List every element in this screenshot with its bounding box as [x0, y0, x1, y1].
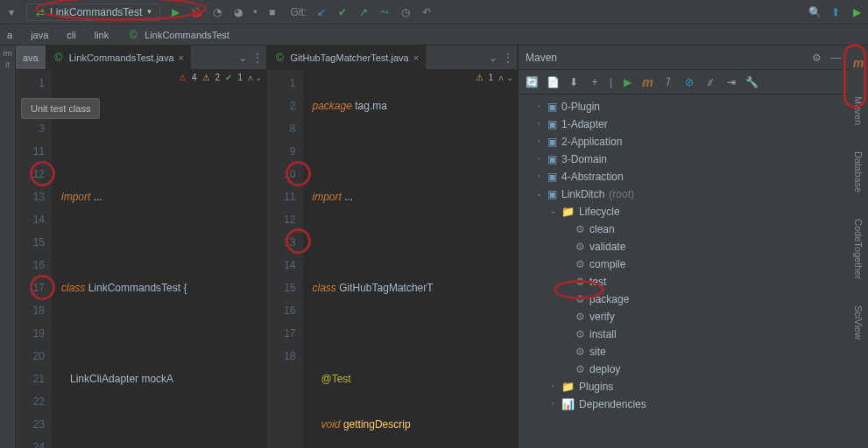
- code-content[interactable]: package tag.ma import ... class GitHubTa…: [304, 70, 434, 448]
- chevron-right-icon: 〉: [81, 29, 89, 40]
- close-icon[interactable]: ×: [413, 52, 419, 63]
- panel-title: Maven: [526, 52, 810, 64]
- vcs-update-icon[interactable]: ↙: [315, 6, 328, 18]
- tool-tab[interactable]: Im: [4, 49, 12, 58]
- chevron-right-icon: 〉: [18, 29, 25, 40]
- breadcrumb: a 〉 java 〉 cli 〉 link 〉 © LinkCommandsTe…: [0, 24, 868, 46]
- class-icon: ©: [53, 52, 65, 64]
- diagram-icon[interactable]: ⫽: [704, 76, 716, 88]
- tree-module[interactable]: ›▣3-Domain: [519, 150, 849, 168]
- chevron-right-icon: 〉: [53, 29, 61, 40]
- editor-right: © GitHubTagMatcherTest.java × ⌄ ⋮ ⚠1 ʌ ⌄…: [267, 46, 519, 448]
- breadcrumb-item[interactable]: cli: [67, 30, 75, 40]
- maven-toolbar: 🔄 📄 ⬇ ＋ | ▶ m ⧶ ⊘ ⫽ ⇥ 🔧: [519, 70, 849, 94]
- inspection-bar[interactable]: ⚠1 ʌ ⌄: [476, 73, 513, 82]
- maven-m-icon[interactable]: m: [642, 75, 653, 89]
- chevron-down-icon[interactable]: ⌄: [238, 52, 247, 64]
- run-icon[interactable]: ▶: [621, 76, 633, 88]
- coverage-icon[interactable]: ◔: [211, 6, 223, 18]
- close-icon[interactable]: ×: [179, 52, 184, 63]
- tree-project[interactable]: ⌄▣LinkDitch (root): [519, 186, 849, 203]
- tree-goal[interactable]: ⚙verify: [519, 308, 849, 326]
- more-icon[interactable]: ⋮: [503, 52, 513, 64]
- clock-icon[interactable]: ◷: [399, 6, 412, 18]
- tool-tab-sciview[interactable]: SciView: [853, 305, 864, 340]
- main-area: Im it ava © LinkCommandsTest.java × ⌄ ⋮: [0, 46, 868, 448]
- inspection-bar[interactable]: ⚠4 ⚠2 ✔1 ʌ ⌄: [179, 73, 262, 82]
- left-tool-rail: Im it: [0, 46, 16, 448]
- tool-tab-codetogether[interactable]: CodeTogether: [853, 219, 864, 279]
- reload-icon[interactable]: 🔄: [526, 76, 538, 88]
- tree-goal[interactable]: ⚙clean: [519, 220, 849, 238]
- undo-icon[interactable]: ↶: [420, 6, 433, 18]
- class-icon: ©: [274, 52, 286, 64]
- editor-tab-active[interactable]: © LinkCommandsTest.java ×: [46, 46, 191, 69]
- stop-icon[interactable]: ■: [266, 6, 279, 18]
- tooltip: Unit test class: [21, 98, 100, 119]
- breadcrumb-item[interactable]: java: [31, 30, 48, 40]
- run-icon[interactable]: ▶: [169, 6, 181, 18]
- tool-tab-maven[interactable]: Maven: [853, 96, 864, 125]
- profile-icon[interactable]: ◕: [232, 6, 244, 18]
- line-gutter[interactable]: 12 89101112131415161718: [267, 70, 304, 448]
- test-arrows-icon: ⇄: [34, 6, 46, 18]
- tree-module[interactable]: ›▣2-Application: [519, 133, 849, 150]
- breadcrumb-item[interactable]: link: [95, 30, 109, 40]
- separator: •: [253, 6, 257, 18]
- offline-icon[interactable]: ⊘: [683, 76, 695, 88]
- sync-icon[interactable]: ⬆: [829, 6, 842, 18]
- search-icon[interactable]: 🔍: [808, 6, 821, 18]
- editor-left: ava © LinkCommandsTest.java × ⌄ ⋮ Unit t…: [16, 46, 267, 448]
- editor-tabs: ava © LinkCommandsTest.java × ⌄ ⋮: [16, 46, 266, 70]
- tool-tab[interactable]: it: [5, 60, 10, 69]
- breadcrumb-item[interactable]: LinkCommandsTest: [145, 30, 229, 40]
- generate-icon[interactable]: 📄: [547, 76, 559, 88]
- tree-goal[interactable]: ⚙site: [519, 343, 849, 360]
- code-area[interactable]: ⚠1 ʌ ⌄ 12 89101112131415161718 package t…: [267, 70, 518, 448]
- tree-dependencies[interactable]: ›📊Dependencies: [519, 396, 849, 413]
- gear-icon[interactable]: ⚙: [810, 52, 822, 64]
- tree-goal[interactable]: ⚙compile: [519, 256, 849, 273]
- tree-goal-test[interactable]: ⚙test: [519, 273, 849, 290]
- right-tool-rail: m Maven Database CodeTogether SciView: [849, 46, 868, 448]
- editor-tab[interactable]: ava: [16, 46, 46, 69]
- debug-icon[interactable]: 🐞: [190, 6, 202, 18]
- chevron-down-icon[interactable]: ⌄: [489, 52, 498, 64]
- settings-icon[interactable]: 🔧: [746, 76, 759, 88]
- editor-tabs: © GitHubTagMatcherTest.java × ⌄ ⋮: [267, 46, 518, 70]
- download-icon[interactable]: ⬇: [568, 76, 580, 88]
- tree-goal[interactable]: ⚙deploy: [519, 360, 849, 378]
- line-gutter[interactable]: 1231112131415161718192021222324: [16, 70, 53, 448]
- vcs-push-icon[interactable]: ↗: [357, 6, 370, 18]
- minimize-icon[interactable]: —: [829, 52, 842, 64]
- tree-lifecycle[interactable]: ⌄📁Lifecycle: [519, 203, 849, 220]
- editor-tab-active[interactable]: © GitHubTagMatcherTest.java ×: [267, 46, 427, 69]
- tree-module[interactable]: ›▣1-Adapter: [519, 116, 849, 133]
- maven-panel: Maven ⚙ — 🔄 📄 ⬇ ＋ | ▶ m ⧶ ⊘ ⫽ ⇥ 🔧 ›▣0-Pl…: [518, 46, 849, 448]
- run-config-selector[interactable]: ⇄ LinkCommandsTest ▼: [26, 4, 160, 21]
- chevron-right-icon: 〉: [114, 29, 122, 40]
- tree-module[interactable]: ›▣4-Abstraction: [519, 168, 849, 186]
- vcs-history-icon[interactable]: ⤳: [378, 6, 391, 18]
- tree-goal[interactable]: ⚙install: [519, 326, 849, 343]
- breadcrumb-item[interactable]: a: [7, 30, 12, 40]
- collapse-icon[interactable]: ⇥: [725, 76, 737, 88]
- skip-tests-icon[interactable]: ⧶: [662, 76, 674, 88]
- main-toolbar: ▾ ⇄ LinkCommandsTest ▼ ▶ 🐞 ◔ ◕ • ■ Git: …: [0, 0, 868, 24]
- code-content[interactable]: import ... class LinkCommandsTest { Link…: [53, 70, 188, 448]
- maven-tree[interactable]: ›▣0-Plugin ›▣1-Adapter ›▣2-Application ›…: [519, 94, 849, 448]
- maven-header: Maven ⚙ —: [519, 46, 849, 70]
- vcs-commit-icon[interactable]: ✔: [336, 6, 349, 18]
- tree-module[interactable]: ›▣0-Plugin: [519, 98, 849, 116]
- add-icon[interactable]: ＋: [589, 76, 601, 88]
- tool-tab-database[interactable]: Database: [853, 151, 864, 192]
- tree-goal[interactable]: ⚙package: [519, 290, 849, 308]
- tree-goal[interactable]: ⚙validate: [519, 238, 849, 256]
- maven-m-icon[interactable]: m: [853, 56, 864, 70]
- codetogether-icon[interactable]: ▶: [850, 6, 863, 18]
- code-area[interactable]: Unit test class ⚠4 ⚠2 ✔1 ʌ ⌄ 12311121314…: [16, 70, 266, 448]
- class-icon: ©: [127, 29, 139, 41]
- chevron-down-icon[interactable]: ▾: [5, 6, 18, 18]
- tree-plugins[interactable]: ›📁Plugins: [519, 378, 849, 396]
- more-icon[interactable]: ⋮: [252, 52, 263, 64]
